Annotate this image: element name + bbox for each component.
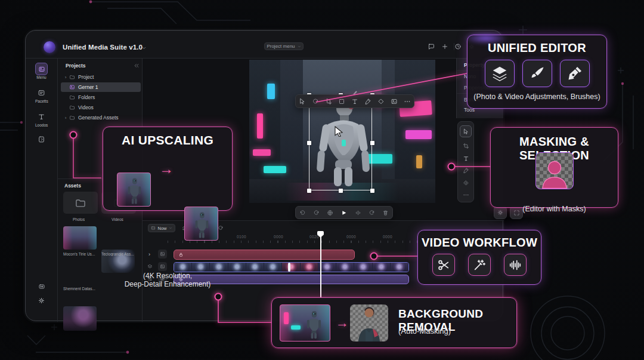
more-icon[interactable] bbox=[404, 98, 411, 105]
tree-item-project[interactable]: › Project bbox=[62, 72, 140, 82]
neon-sign bbox=[405, 130, 432, 139]
redo-icon[interactable] bbox=[218, 225, 224, 231]
arrow-right-icon: → bbox=[159, 161, 174, 177]
redo-icon[interactable] bbox=[313, 210, 320, 216]
arrow-right-icon: → bbox=[336, 315, 349, 331]
image-toggle-icon[interactable] bbox=[158, 250, 167, 259]
redo-icon[interactable] bbox=[312, 98, 319, 105]
history-icon[interactable] bbox=[453, 41, 463, 51]
image-icon bbox=[35, 63, 48, 75]
brush-icon bbox=[522, 60, 552, 87]
filmstrip-frame bbox=[373, 263, 391, 272]
clip-split-marker[interactable] bbox=[288, 263, 290, 272]
rotate-icon[interactable] bbox=[369, 210, 375, 216]
assets-header: Assets bbox=[64, 183, 81, 189]
settings-icon[interactable] bbox=[35, 294, 48, 307]
filmstrip-frame bbox=[228, 263, 246, 272]
filmstrip-frame bbox=[192, 263, 210, 272]
neon-sign bbox=[264, 166, 286, 173]
tree-item-label: Videos bbox=[78, 104, 94, 110]
image-icon[interactable] bbox=[391, 98, 398, 105]
callout-background-removal: → BACKGROUND REMOVAL (Auto-Masking) bbox=[271, 297, 517, 348]
trim-icon[interactable] bbox=[355, 210, 361, 216]
track-expand-chevron[interactable]: › bbox=[148, 251, 153, 257]
sidebar-item-menu[interactable]: Menu bbox=[35, 63, 48, 79]
tree-item-videos[interactable]: Videos bbox=[62, 103, 140, 112]
sidebar-item-pacetts[interactable]: Pacetts bbox=[35, 87, 48, 103]
mask-tile bbox=[535, 152, 574, 189]
app-title: Unified Media Suite v1.0 bbox=[63, 44, 143, 51]
tree-item-gerner-1[interactable]: Gerner 1 bbox=[61, 82, 141, 92]
image-toggle-icon[interactable] bbox=[158, 262, 167, 271]
sidebar-item-label: Pacetts bbox=[35, 99, 48, 103]
more-icon[interactable] bbox=[463, 192, 469, 198]
text-icon[interactable] bbox=[351, 98, 358, 105]
locked-overlay-clip[interactable] bbox=[174, 250, 355, 260]
before-thumbnail bbox=[117, 173, 151, 207]
callout-unified-editor: UNIFIED EDITOR (Photo & Video Adjustment… bbox=[467, 35, 607, 109]
scissors-icon bbox=[432, 254, 455, 276]
selection-handle[interactable] bbox=[307, 189, 311, 193]
pen-nib-icon bbox=[560, 60, 590, 87]
filmstrip-frame bbox=[391, 263, 408, 272]
asset-thumbnail[interactable] bbox=[63, 226, 97, 250]
comment-icon[interactable] bbox=[426, 41, 436, 51]
tree-item-folders[interactable]: Folders bbox=[62, 93, 140, 102]
tree-item-label: Gerner 1 bbox=[78, 84, 98, 90]
pen-icon[interactable] bbox=[463, 167, 469, 174]
selection-handle[interactable] bbox=[339, 189, 343, 193]
person-mask-icon bbox=[538, 159, 571, 189]
crop-icon[interactable] bbox=[325, 98, 332, 105]
left-rail: Menu Pacetts Loodos bbox=[26, 58, 57, 322]
callout-caption: (Photo & Video Adjustments, Brushes) bbox=[467, 93, 606, 101]
filmstrip-frame bbox=[174, 263, 192, 272]
delete-icon[interactable] bbox=[382, 210, 389, 216]
magic-wand-icon bbox=[468, 254, 491, 276]
pen-icon[interactable] bbox=[364, 98, 371, 105]
cursor-icon[interactable] bbox=[460, 125, 472, 137]
tree-item-label: Generated Assets bbox=[78, 115, 119, 121]
waveform-icon bbox=[504, 254, 527, 276]
playhead-line[interactable] bbox=[320, 236, 321, 297]
canvas-toolbar bbox=[295, 94, 414, 108]
selection-handle[interactable] bbox=[307, 141, 311, 145]
marquee-icon[interactable] bbox=[338, 98, 345, 105]
chevron-right-icon[interactable]: › bbox=[62, 75, 69, 80]
marketing-screenshot: Unified Media Suite v1.0 Project menu bbox=[0, 0, 644, 360]
play-icon[interactable] bbox=[340, 209, 348, 217]
playback-bar bbox=[295, 206, 393, 219]
sidebar-item-loodos[interactable]: Loodos bbox=[35, 110, 48, 127]
asset-folder-photos[interactable] bbox=[63, 192, 98, 214]
asset-label: Mocon's Tirie Us... bbox=[63, 252, 98, 256]
folder-icon bbox=[69, 104, 75, 110]
panels-icon bbox=[35, 87, 48, 99]
tree-item-generated-assets[interactable]: › Generated Assets bbox=[62, 113, 142, 122]
snapshot-icon[interactable] bbox=[327, 210, 333, 216]
person-cutout-icon bbox=[350, 304, 388, 341]
shape-icon[interactable] bbox=[463, 180, 469, 186]
project-menu-button[interactable]: Project menu bbox=[264, 42, 304, 50]
timeline-now-dropdown[interactable]: Now bbox=[148, 224, 175, 232]
selection-handle[interactable] bbox=[370, 141, 374, 145]
add-icon[interactable] bbox=[439, 41, 450, 51]
selection-box[interactable] bbox=[309, 95, 372, 190]
asset-thumbnail[interactable] bbox=[63, 306, 97, 331]
video-clip-filmstrip[interactable] bbox=[174, 262, 409, 272]
callout-caption: (4K Resolution, bbox=[143, 272, 192, 280]
neon-sign bbox=[267, 84, 275, 99]
shortcuts-icon[interactable] bbox=[35, 280, 48, 293]
shape-icon[interactable] bbox=[377, 98, 385, 105]
selection-handle[interactable] bbox=[370, 189, 374, 193]
chevron-down-icon[interactable] bbox=[141, 45, 147, 51]
layers-icon[interactable] bbox=[147, 264, 153, 269]
undo-icon[interactable] bbox=[299, 210, 306, 216]
text-icon[interactable] bbox=[463, 155, 469, 162]
mouse-cursor bbox=[334, 126, 343, 137]
chevron-right-icon[interactable]: › bbox=[62, 115, 69, 121]
sidebar-item-document[interactable] bbox=[35, 133, 48, 146]
tree-item-label: Project bbox=[78, 74, 94, 80]
cursor-icon[interactable] bbox=[299, 98, 306, 105]
crop-icon[interactable] bbox=[463, 143, 469, 149]
layers-icon bbox=[485, 60, 515, 87]
collapse-panel-icon[interactable] bbox=[134, 63, 140, 69]
